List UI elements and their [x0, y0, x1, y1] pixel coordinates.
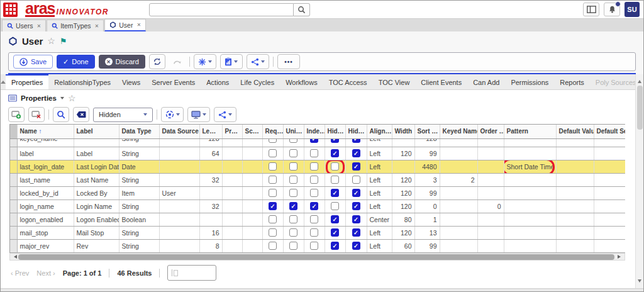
cell-width[interactable]: 120 [392, 186, 414, 199]
cell-unique[interactable] [283, 186, 304, 199]
cell-length[interactable] [199, 160, 222, 173]
cell-length[interactable]: 32 [199, 173, 222, 186]
cell-width[interactable]: 80 [392, 213, 414, 226]
discard-button[interactable]: ✕ Discard [99, 55, 145, 69]
cell-width[interactable] [392, 160, 414, 173]
hidden-checkbox[interactable] [331, 162, 339, 171]
cell-data_type[interactable]: String [119, 138, 159, 147]
cell-data_source[interactable] [159, 226, 199, 239]
cell-default_search[interactable] [594, 226, 625, 239]
cell-hidden2[interactable]: ✓ [345, 138, 367, 147]
next-page-button[interactable]: Next › [36, 269, 55, 277]
cell-indexed[interactable] [304, 147, 325, 160]
cell-order_by[interactable] [477, 160, 504, 173]
cell-hidden2[interactable]: ✓ [345, 199, 367, 213]
cell-scale[interactable] [242, 213, 262, 226]
favorite-star-icon[interactable]: ☆ [47, 36, 55, 46]
display-options-button[interactable] [187, 107, 210, 122]
cell-data_source[interactable] [159, 138, 199, 147]
cell-required[interactable] [262, 138, 283, 147]
cell-sort_order[interactable]: 4480 [414, 160, 440, 173]
hidden-checkbox[interactable]: ✓ [331, 215, 339, 223]
required-checkbox[interactable] [269, 139, 277, 143]
cell-data_type[interactable]: Item [119, 186, 159, 199]
cell-unique[interactable] [283, 226, 304, 239]
more-actions-button[interactable]: ••• [277, 54, 300, 69]
column-header-le[interactable]: Le… [199, 125, 222, 138]
cell-indexed[interactable] [304, 186, 325, 199]
column-header-label[interactable]: Label [74, 125, 119, 138]
cell-keyed_name_order[interactable] [440, 147, 477, 160]
cell-sort_order[interactable]: 1 [414, 213, 440, 226]
cell-label[interactable]: Label [74, 147, 119, 160]
form-tab-reports[interactable]: Reports [554, 74, 590, 89]
collapse-tabs-button[interactable] [1, 74, 6, 89]
hidden2-checkbox[interactable]: ✓ [352, 228, 360, 237]
form-tab-life-cycles[interactable]: Life Cycles [235, 74, 280, 89]
form-tab-workflows[interactable]: Workflows [280, 74, 323, 89]
window-tab-users[interactable]: Users✕ [2, 20, 46, 31]
cell-sort_order[interactable]: 3 [414, 173, 440, 186]
cell-default_value[interactable] [556, 213, 594, 226]
row-handle[interactable] [10, 147, 17, 160]
indexed-checkbox[interactable] [310, 189, 318, 197]
filter-dropdown[interactable]: Hidden [93, 108, 153, 122]
cell-hidden[interactable] [325, 199, 345, 213]
horizontal-scrollbar-thumb[interactable] [18, 254, 614, 260]
form-tab-toc-access[interactable]: TOC Access [323, 74, 373, 89]
cell-keyed_name_order[interactable] [440, 186, 477, 199]
cell-indexed[interactable] [304, 173, 325, 186]
cell-data_type[interactable]: String [119, 199, 159, 213]
cell-precision[interactable] [222, 186, 242, 199]
cell-keyed_name_order[interactable] [440, 239, 477, 252]
hidden2-checkbox[interactable]: ✓ [352, 162, 360, 171]
close-icon[interactable]: ✕ [136, 22, 141, 28]
column-header-default-search[interactable]: Default Search [594, 125, 625, 138]
cell-label[interactable]: Logon Enabled [74, 213, 119, 226]
row-handle[interactable] [10, 160, 17, 173]
grid-share-button[interactable] [214, 107, 236, 122]
unique-checkbox[interactable] [289, 149, 297, 157]
cell-data_source[interactable] [159, 147, 199, 160]
unique-checkbox[interactable] [289, 162, 297, 171]
cell-hidden[interactable] [325, 173, 345, 186]
cell-pattern[interactable] [504, 199, 556, 213]
cell-name[interactable]: major_rev [17, 239, 74, 252]
navigate-structure-button[interactable] [194, 54, 216, 69]
side-panel-toggle-button[interactable] [583, 3, 599, 16]
cell-alignment[interactable]: Left [367, 160, 392, 173]
required-checkbox[interactable]: ✓ [269, 202, 277, 210]
column-header-hid[interactable]: Hid… [325, 125, 345, 138]
cell-hidden2[interactable]: ✓ [345, 160, 367, 173]
column-header-order[interactable]: Order … [477, 125, 504, 138]
column-header-width[interactable]: Width [392, 125, 414, 138]
column-header-inde[interactable]: Inde… [304, 125, 325, 138]
form-tab-actions[interactable]: Actions [201, 74, 235, 89]
column-header-data-type[interactable]: Data Type [119, 125, 159, 138]
cell-length[interactable]: 32 [199, 199, 222, 213]
cell-order_by[interactable] [477, 213, 504, 226]
form-tab-client-events[interactable]: Client Events [415, 74, 467, 89]
search-rows-button[interactable] [53, 107, 69, 122]
grid-row-locked_by_id[interactable]: locked_by_idLocked ByItemUser✓✓Left12099 [10, 186, 625, 199]
cell-length[interactable]: 8 [199, 239, 222, 252]
grid-row-mail_stop[interactable]: mail_stopMail StopString16✓✓Left12013 [10, 226, 625, 239]
cell-precision[interactable] [222, 138, 242, 147]
cell-scale[interactable] [242, 160, 262, 173]
hidden-checkbox[interactable]: ✓ [331, 139, 339, 143]
cell-hidden2[interactable]: ✓ [345, 226, 367, 239]
grid-row-logon_enabled[interactable]: logon_enabledLogon EnabledBoolean✓✓Cente… [10, 213, 625, 226]
cell-width[interactable] [392, 138, 414, 147]
focus-view-button[interactable] [161, 107, 184, 122]
cell-hidden2[interactable]: ✓ [345, 186, 367, 199]
required-checkbox[interactable] [269, 242, 277, 250]
cell-alignment[interactable]: Left [367, 239, 392, 252]
column-header-default-value[interactable]: Default Value [556, 125, 594, 138]
cell-name[interactable]: last_login_date [17, 160, 74, 173]
hidden-checkbox[interactable] [331, 176, 339, 184]
horizontal-scrollbar[interactable] [9, 253, 625, 261]
form-tab-relationshiptypes[interactable]: RelationshipTypes [48, 74, 116, 89]
cell-unique[interactable] [283, 239, 304, 252]
column-header-hid[interactable]: Hid… [345, 125, 367, 138]
refresh-button[interactable] [149, 54, 165, 69]
